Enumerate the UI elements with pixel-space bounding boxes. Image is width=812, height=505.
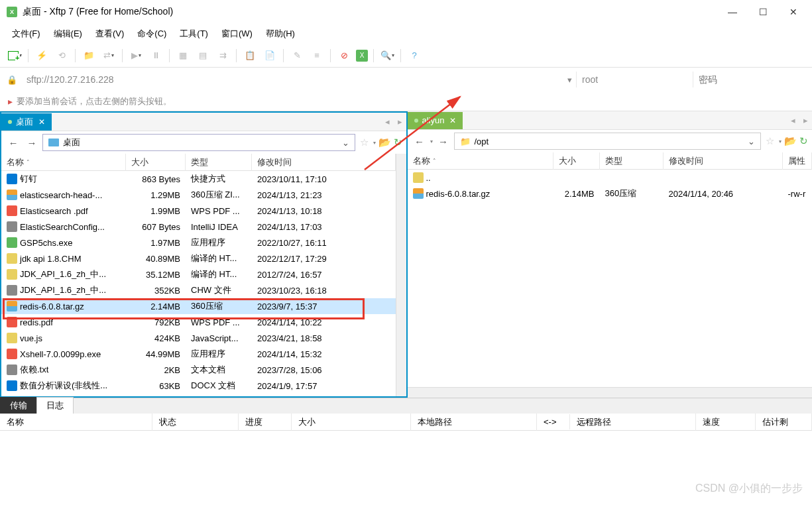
tab-transfer[interactable]: 传输 — [0, 397, 37, 414]
menu-help[interactable]: 帮助(H) — [261, 26, 300, 42]
help-button[interactable]: ? — [406, 48, 422, 64]
menu-command[interactable]: 命令(C) — [132, 26, 172, 42]
file-row[interactable]: .. — [408, 170, 813, 186]
th-name[interactable]: 名称 — [0, 414, 152, 431]
menubar: 文件(F) 编辑(E) 查看(V) 命令(C) 工具(T) 窗口(W) 帮助(H… — [0, 24, 812, 44]
sync-button[interactable]: ⇄▾ — [101, 48, 117, 64]
terminal-button[interactable]: X — [356, 50, 368, 62]
file-row[interactable]: 数值分析课设(非线性...63KBDOCX 文档2024/1/9, 17:57 — [1, 378, 396, 394]
dropdown-icon[interactable]: ▾ — [567, 75, 572, 85]
arrows-button[interactable]: ⇉ — [215, 48, 231, 64]
menu-file[interactable]: 文件(F) — [7, 26, 46, 42]
menu-view[interactable]: 查看(V) — [90, 26, 129, 42]
file-row[interactable]: JDK_API_1.6_zh_中...352KBCHW 文件2023/10/23… — [1, 282, 396, 298]
th-local[interactable]: 本地路径 — [411, 414, 537, 431]
view1-button[interactable]: ▦ — [175, 48, 191, 64]
tab-prev-icon[interactable]: ◂ — [381, 117, 394, 127]
col-name[interactable]: 名称 ˄ — [1, 154, 126, 171]
file-row[interactable]: 钉钉863 Bytes快捷方式2023/10/11, 17:10 — [1, 171, 396, 187]
th-progress[interactable]: 进度 — [239, 414, 292, 431]
edit-button[interactable]: ✎ — [289, 48, 305, 64]
props-button[interactable]: ≡ — [309, 48, 325, 64]
bookmark-icon[interactable]: ☆ — [766, 135, 774, 147]
col-size[interactable]: 大小 — [126, 154, 186, 171]
file-row[interactable]: vue.js424KBJavaScript...2023/4/21, 18:58 — [1, 330, 396, 346]
tab-next-icon[interactable]: ▸ — [799, 115, 812, 125]
paste-button[interactable]: 📄 — [262, 48, 278, 64]
minimize-button[interactable]: — — [727, 7, 738, 17]
col-modified[interactable]: 修改时间 — [664, 152, 783, 170]
bookmark-icon[interactable]: ☆ — [360, 137, 369, 148]
new-folder-button[interactable]: 📁 — [81, 48, 97, 64]
play-button[interactable]: ▶▾ — [128, 48, 144, 64]
tab-prev-icon[interactable]: ◂ — [787, 115, 799, 125]
file-row[interactable]: jdk api 1.8.CHM40.89MB编译的 HT...2022/12/1… — [1, 251, 396, 266]
back-button[interactable]: ← — [5, 135, 21, 150]
forward-button[interactable]: → — [435, 133, 451, 149]
file-row[interactable]: elasticsearch-head-...1.29MB360压缩 ZI...2… — [1, 187, 396, 203]
left-file-list[interactable]: 名称 ˄ 大小 类型 修改时间 钉钉863 Bytes快捷方式2023/10/1… — [1, 154, 396, 396]
file-row[interactable]: Xshell-7.0.0099p.exe44.99MB应用程序2024/1/14… — [1, 346, 396, 362]
hint-text: 要添加当前会话，点击左侧的箭头按钮。 — [17, 95, 172, 107]
disconnect-button[interactable]: ⟲ — [54, 48, 70, 64]
col-size[interactable]: 大小 — [553, 152, 600, 170]
file-row[interactable]: JDK_API_1.6_zh_中...35.12MB编译的 HT...2012/… — [1, 266, 396, 282]
new-folder-icon[interactable]: 📂 — [784, 135, 797, 147]
file-row[interactable]: redis-6.0.8.tar.gz2.14MB360压缩2024/1/14, … — [408, 186, 813, 201]
th-est[interactable]: 估计剩 — [756, 414, 812, 431]
stop-button[interactable]: ⊘ — [336, 48, 352, 64]
file-row[interactable]: 依赖.txt2KB文本文档2023/7/28, 15:06 — [1, 362, 396, 378]
find-button[interactable]: 🔍▾ — [379, 48, 395, 64]
new-session-button[interactable]: ▾ — [7, 48, 23, 64]
col-modified[interactable]: 修改时间 — [252, 154, 396, 171]
file-row[interactable]: GSP5chs.exe1.97MB应用程序2022/10/27, 16:11 — [1, 235, 396, 251]
tab-close-icon[interactable]: ✕ — [449, 116, 456, 125]
tab-log[interactable]: 日志 — [36, 397, 74, 414]
password-input[interactable] — [693, 72, 805, 87]
path-input[interactable]: 桌面 ⌄ — [42, 134, 355, 151]
file-row[interactable]: redis.pdf792KBWPS PDF ...2024/1/14, 10:2… — [1, 314, 396, 330]
maximize-button[interactable]: ☐ — [758, 7, 768, 17]
th-dir[interactable]: <-> — [537, 414, 570, 429]
bookmark-dropdown-icon[interactable]: ▾ — [373, 140, 376, 146]
address-input[interactable] — [21, 72, 563, 87]
new-folder-icon[interactable]: 📂 — [378, 137, 391, 148]
h-scrollbar[interactable] — [408, 387, 813, 398]
refresh-icon[interactable]: ↻ — [394, 137, 402, 148]
back-dropdown-icon[interactable]: ▾ — [430, 139, 433, 144]
close-button[interactable]: ✕ — [788, 7, 799, 17]
col-name[interactable]: 名称 ˄ — [408, 152, 553, 170]
tab-next-icon[interactable]: ▸ — [394, 117, 406, 127]
bookmark-dropdown-icon[interactable]: ▾ — [779, 139, 782, 144]
tab-aliyun[interactable]: aliyun ✕ — [408, 112, 463, 129]
path-dropdown-icon[interactable]: ⌄ — [748, 137, 755, 146]
username-input[interactable] — [576, 72, 689, 87]
path-input[interactable]: 📁 /opt ⌄ — [454, 133, 762, 150]
menu-window[interactable]: 窗口(W) — [216, 26, 258, 42]
menu-tools[interactable]: 工具(T) — [174, 26, 213, 42]
menu-edit[interactable]: 编辑(E) — [48, 26, 87, 42]
col-type[interactable]: 类型 — [600, 152, 664, 170]
pause-button[interactable]: ⏸ — [148, 48, 164, 64]
file-row[interactable]: Elasticsearch .pdf1.99MBWPS PDF ...2024/… — [1, 203, 396, 219]
file-row[interactable]: redis-6.0.8.tar.gz2.14MB360压缩2023/9/7, 1… — [1, 298, 396, 314]
refresh-icon[interactable]: ↻ — [799, 135, 808, 147]
forward-button[interactable]: → — [24, 135, 40, 150]
file-row[interactable]: ElasticSearchConfig...607 BytesIntelliJ … — [1, 219, 396, 235]
reconnect-button[interactable]: ⚡ — [34, 48, 50, 64]
th-size[interactable]: 大小 — [292, 414, 411, 431]
right-file-list[interactable]: 名称 ˄ 大小 类型 修改时间 属性 ..redis-6.0.8.tar.gz2… — [408, 152, 813, 387]
col-attr[interactable]: 属性 — [783, 152, 813, 170]
path-dropdown-icon[interactable]: ⌄ — [342, 138, 349, 148]
th-speed[interactable]: 速度 — [696, 414, 756, 431]
tab-desktop[interactable]: 桌面 ✕ — [1, 113, 52, 131]
col-type[interactable]: 类型 — [186, 154, 252, 171]
back-button[interactable]: ← — [412, 133, 428, 149]
file-size: 2.14MB — [126, 300, 186, 313]
view2-button[interactable]: ▤ — [195, 48, 211, 64]
th-status[interactable]: 状态 — [152, 414, 239, 431]
copy-button[interactable]: 📋 — [242, 48, 258, 64]
th-remote[interactable]: 远程路径 — [570, 414, 696, 431]
tab-close-icon[interactable]: ✕ — [38, 117, 45, 127]
scrollbar[interactable] — [396, 154, 406, 396]
